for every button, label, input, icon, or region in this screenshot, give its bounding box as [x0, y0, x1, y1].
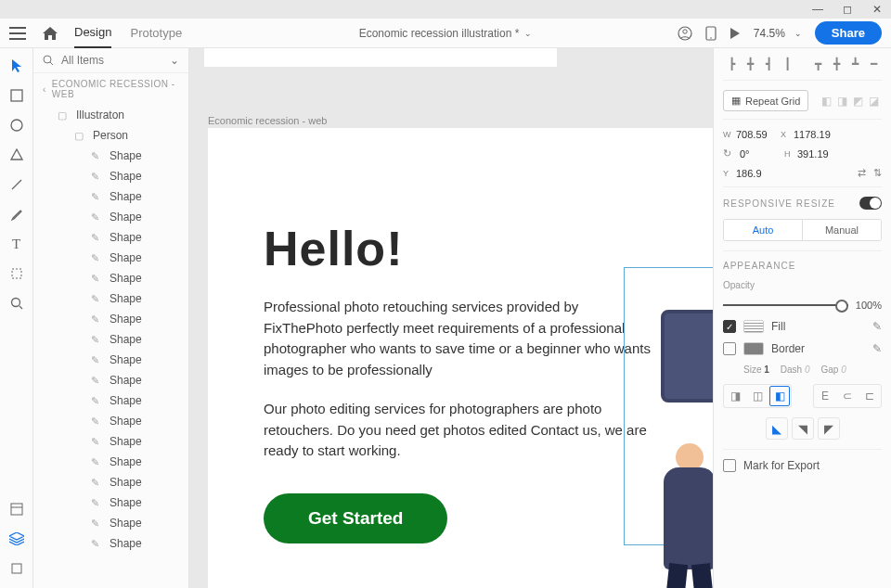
stroke-dash[interactable]: Dash 0	[781, 364, 810, 375]
body-paragraph-2[interactable]: Our photo editing services for photograp…	[264, 399, 653, 462]
layer-item-shape[interactable]: ✎Shape	[33, 350, 188, 370]
zoom-tool[interactable]	[8, 295, 25, 312]
body-paragraph-1[interactable]: Professional photo retouching services p…	[264, 297, 653, 380]
home-icon[interactable]	[43, 27, 58, 40]
minimize-icon[interactable]: —	[811, 3, 824, 16]
width-field[interactable]: w708.59	[723, 129, 775, 140]
layer-item-shape[interactable]: ✎Shape	[33, 288, 188, 309]
artboard[interactable]: Hello! Professional photo retouching ser…	[208, 128, 713, 588]
bool-exclude-icon[interactable]: ◪	[869, 95, 882, 108]
rectangle-tool[interactable]	[8, 87, 25, 104]
artboard-title[interactable]: Economic recession - web	[208, 115, 327, 126]
device-preview-icon[interactable]	[705, 26, 717, 41]
align-left-icon[interactable]: ┣	[723, 56, 740, 72]
pen-tool[interactable]	[8, 206, 25, 223]
align-vcenter-icon[interactable]: ╋	[828, 56, 845, 72]
close-icon[interactable]: ✕	[871, 3, 884, 16]
assets-icon[interactable]	[8, 501, 25, 518]
border-checkbox[interactable]	[723, 342, 736, 355]
layer-item-shape[interactable]: ✎Shape	[33, 472, 188, 492]
bool-add-icon[interactable]: ◧	[821, 95, 834, 108]
flip-h-icon[interactable]: ⇄	[858, 167, 866, 179]
layer-item-shape[interactable]: ✎Shape	[33, 166, 188, 186]
responsive-toggle[interactable]	[859, 197, 882, 210]
layer-folder-group[interactable]: ▢ Person	[33, 125, 188, 146]
layer-item-shape[interactable]: ✎Shape	[33, 533, 188, 554]
layer-item-shape[interactable]: ✎Shape	[33, 390, 188, 411]
tab-design[interactable]: Design	[74, 18, 111, 48]
stroke-outer-icon[interactable]: ◧	[769, 386, 790, 406]
polygon-tool[interactable]	[8, 147, 25, 163]
layer-item-shape[interactable]: ✎Shape	[33, 207, 188, 227]
height-field[interactable]: h391.19	[784, 147, 836, 160]
ellipse-tool[interactable]	[8, 117, 25, 134]
cta-button[interactable]: Get Started	[264, 493, 447, 543]
y-field[interactable]: y186.9	[723, 167, 775, 179]
line-tool[interactable]	[8, 176, 25, 193]
layer-item-shape[interactable]: ✎Shape	[33, 268, 188, 288]
stroke-inner-icon[interactable]: ◨	[725, 386, 745, 406]
join-bevel-icon[interactable]: ◤	[818, 417, 840, 440]
layer-item-shape[interactable]: ✎Shape	[33, 146, 188, 166]
layers-icon[interactable]	[8, 530, 25, 547]
export-checkbox[interactable]	[723, 459, 736, 472]
fill-swatch[interactable]	[743, 320, 764, 333]
tab-prototype[interactable]: Prototype	[130, 19, 182, 47]
layers-filter[interactable]: All Items ⌄	[33, 48, 188, 73]
share-button[interactable]: Share	[815, 21, 882, 45]
plugins-icon[interactable]	[8, 560, 25, 577]
repeat-grid-button[interactable]: ▦ Repeat Grid	[723, 90, 808, 111]
cap-square-icon[interactable]: ⊏	[859, 386, 880, 406]
opacity-slider[interactable]	[723, 304, 848, 306]
layer-item-shape[interactable]: ✎Shape	[33, 329, 188, 350]
menu-icon[interactable]	[9, 27, 26, 40]
layer-item-shape[interactable]: ✎Shape	[33, 411, 188, 431]
layer-item-shape[interactable]: ✎Shape	[33, 492, 188, 513]
x-field[interactable]: x1178.19	[781, 129, 833, 140]
align-bottom-icon[interactable]: ┻	[846, 56, 863, 72]
flip-v-icon[interactable]: ⇅	[873, 167, 882, 179]
play-icon[interactable]	[730, 27, 741, 40]
join-round-icon[interactable]: ◥	[792, 417, 814, 440]
align-top-icon[interactable]: ┳	[809, 56, 826, 72]
stroke-gap[interactable]: Gap 0	[821, 364, 846, 375]
align-right-icon[interactable]: ┫	[760, 56, 777, 72]
layer-item-shape[interactable]: ✎Shape	[33, 452, 188, 472]
bool-intersect-icon[interactable]: ◩	[853, 95, 866, 108]
layer-item-shape[interactable]: ✎Shape	[33, 186, 188, 207]
layer-item-shape[interactable]: ✎Shape	[33, 431, 188, 452]
layer-item-shape[interactable]: ✎Shape	[33, 370, 188, 390]
rotation-field[interactable]: ↻0°	[723, 147, 779, 160]
illustration-person[interactable]	[657, 443, 713, 588]
cap-round-icon[interactable]: ⊂	[837, 386, 858, 406]
seg-auto[interactable]: Auto	[724, 220, 802, 240]
seg-manual[interactable]: Manual	[802, 220, 881, 240]
bool-subtract-icon[interactable]: ◨	[837, 95, 850, 108]
layer-item-shape[interactable]: ✎Shape	[33, 227, 188, 248]
stroke-center-icon[interactable]: ◫	[747, 386, 768, 406]
fill-checkbox[interactable]: ✓	[723, 320, 736, 333]
stroke-size[interactable]: Size 1	[743, 364, 769, 375]
illustration-tablet[interactable]	[661, 310, 713, 403]
layer-folder-root[interactable]: ▢ Illustraton	[33, 105, 188, 125]
maximize-icon[interactable]: ◻	[841, 3, 854, 16]
border-swatch[interactable]	[743, 342, 764, 355]
document-title[interactable]: Economic recession illustration * ⌄	[359, 27, 533, 40]
select-tool[interactable]	[8, 58, 25, 74]
text-tool[interactable]: T	[8, 236, 25, 252]
artboard-tool[interactable]	[8, 265, 25, 282]
join-miter-icon[interactable]: ◣	[766, 417, 788, 440]
distribute-v-icon[interactable]: ━	[865, 56, 882, 72]
align-hcenter-icon[interactable]: ╋	[742, 56, 758, 72]
distribute-h-icon[interactable]: ┃	[779, 56, 795, 72]
layers-breadcrumb[interactable]: ‹ ECONOMIC RECESSION - WEB	[33, 73, 188, 105]
layer-item-shape[interactable]: ✎Shape	[33, 248, 188, 268]
layer-item-shape[interactable]: ✎Shape	[33, 513, 188, 533]
eyedropper-icon[interactable]: ✎	[872, 342, 882, 355]
layer-item-shape[interactable]: ✎Shape	[33, 309, 188, 329]
resize-mode-segment[interactable]: Auto Manual	[723, 219, 882, 241]
eyedropper-icon[interactable]: ✎	[872, 320, 882, 333]
headline-text[interactable]: Hello!	[264, 221, 657, 276]
zoom-level[interactable]: 74.5% ⌄	[754, 27, 802, 40]
cap-butt-icon[interactable]: E	[815, 386, 835, 406]
